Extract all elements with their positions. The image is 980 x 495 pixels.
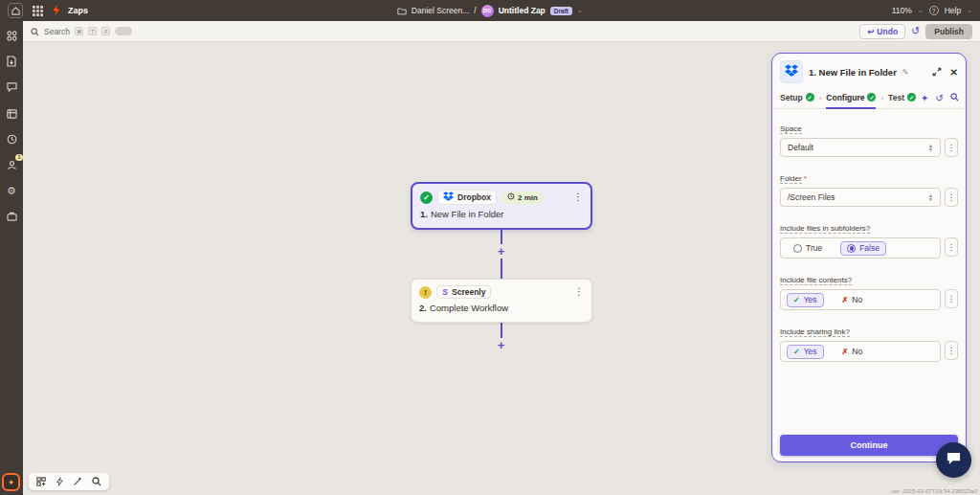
search-placeholder: Search	[44, 27, 70, 36]
top-bar: Zaps Daniel Screen... / DS Untitled Zap …	[0, 0, 980, 21]
connector-line	[501, 230, 502, 244]
bolt-icon[interactable]	[56, 477, 63, 486]
help-menu[interactable]: Help	[945, 6, 961, 15]
tab-separator-icon: ›	[819, 94, 822, 102]
screenly-icon: S	[442, 287, 448, 297]
refresh-icon[interactable]: ↺	[935, 94, 943, 103]
support-chat-button[interactable]	[936, 442, 971, 478]
search-key-3: F	[101, 27, 110, 35]
version-label: ver: 2025-03-07T19:34-238323a0	[891, 488, 977, 494]
magic-wand-icon[interactable]	[73, 477, 82, 486]
radio-option-true[interactable]: True	[787, 241, 829, 256]
chevron-down-icon[interactable]: ⌄	[577, 7, 583, 14]
select-chevrons-icon: ▲▼	[928, 144, 933, 151]
page-title: Zaps	[68, 6, 88, 15]
close-icon[interactable]: ✕	[950, 67, 958, 78]
undo-button[interactable]: ↩ Undo	[859, 24, 905, 39]
option-yes[interactable]: ✓ Yes	[787, 345, 824, 359]
layout-overview-icon[interactable]	[36, 477, 46, 486]
help-chevron-icon[interactable]: ⌄	[967, 7, 972, 14]
folder-icon	[397, 2, 407, 19]
edit-title-icon[interactable]: ✎	[902, 68, 909, 77]
panel-header: 1. New File in Folder ✎ ✕	[772, 54, 966, 88]
sidebar-item-settings[interactable]: ⚙	[5, 184, 18, 197]
field-menu-button[interactable]: ⋮	[945, 188, 958, 207]
home-button[interactable]	[8, 3, 23, 18]
add-step-button-2[interactable]: +	[495, 339, 507, 351]
panel-title: 1. New File in Folder	[809, 67, 897, 78]
breadcrumb: Daniel Screen... / DS Untitled Zap Draft…	[397, 2, 583, 19]
field-menu-button[interactable]: ⋮	[945, 341, 958, 360]
check-icon: ✓	[793, 296, 800, 304]
step-menu-button[interactable]: ⋮	[574, 287, 584, 297]
breadcrumb-folder[interactable]: Daniel Screen...	[412, 6, 469, 15]
app-launcher-icon[interactable]	[31, 4, 44, 17]
sidebar-item-chat[interactable]	[5, 80, 18, 94]
zoom-search-icon[interactable]	[950, 93, 959, 103]
folder-select[interactable]: /Screen Files ▲▼	[780, 188, 941, 207]
sidebar-item-workspace[interactable]	[5, 210, 18, 223]
option-label: No	[852, 347, 862, 356]
sidebar-item-history[interactable]	[5, 132, 18, 146]
dropbox-icon	[785, 63, 798, 80]
step-menu-button[interactable]: ⋮	[573, 192, 583, 202]
step-title: 1.New File in Folder	[412, 207, 590, 221]
tab-tools: ✦ ↺	[921, 93, 959, 103]
add-step-button-1[interactable]: +	[495, 245, 507, 258]
option-no[interactable]: ✗ No	[835, 293, 870, 307]
publish-button[interactable]: Publish	[925, 24, 972, 39]
help-icon: ?	[929, 6, 939, 15]
required-mark: *	[804, 174, 807, 183]
option-label: False	[859, 243, 880, 253]
option-no[interactable]: ✗ No	[835, 345, 870, 359]
sidebar-item-documents[interactable]	[5, 55, 18, 68]
step-config-panel: 1. New File in Folder ✎ ✕ Setup ✓ › Conf…	[771, 53, 967, 462]
step-title: 2.Complete Workflow	[412, 301, 591, 315]
yesno-group: ✓ Yes ✗ No	[780, 341, 941, 362]
zap-name[interactable]: Untitled Zap	[499, 6, 546, 15]
step-name: Complete Workflow	[430, 303, 508, 313]
ai-assistant-button[interactable]: ✦	[2, 473, 20, 491]
field-folder: Folder* /Screen Files ▲▼ ⋮	[780, 168, 958, 207]
field-label: Include files in subfolders?	[780, 224, 870, 234]
success-check-icon: ✓	[420, 191, 433, 204]
workflow-step-2[interactable]: ! S Screenly ⋮ 2.Complete Workflow	[411, 279, 592, 323]
field-label: Space	[780, 124, 802, 134]
left-sidebar: 1 ⚙ ✦	[0, 21, 23, 495]
search-key-1: ⌘	[75, 27, 84, 35]
sidebar-item-apps[interactable]	[5, 29, 18, 42]
field-menu-button[interactable]: ⋮	[945, 237, 958, 257]
sidebar-item-notifications[interactable]: 1	[5, 158, 18, 171]
cross-icon: ✗	[842, 296, 849, 304]
field-space: Space Default ▲▼ ⋮	[780, 118, 958, 157]
zoom-icon[interactable]	[92, 477, 101, 486]
radio-option-false[interactable]: False	[840, 241, 886, 256]
check-icon: ✓	[793, 348, 800, 356]
field-include-subfolders: Include files in subfolders? True False …	[780, 217, 958, 259]
zoom-chevron-icon[interactable]: ⌄	[918, 7, 924, 14]
tab-configure[interactable]: Configure ✓	[826, 88, 876, 109]
sidebar-item-tables[interactable]	[5, 106, 18, 120]
continue-button[interactable]: Continue	[780, 435, 958, 456]
tab-complete-icon: ✓	[867, 93, 876, 101]
workflow-step-1[interactable]: ✓ Dropbox 2 min ⋮ 1.New File in Folder	[411, 182, 592, 230]
search-input[interactable]: Search ⌘ T F	[31, 23, 132, 40]
history-icon[interactable]: ↺	[911, 26, 920, 36]
editor-toolbar: Search ⌘ T F ↩ Undo ↺ Publish	[23, 21, 980, 42]
zoom-level[interactable]: 110%	[892, 6, 912, 15]
field-menu-button[interactable]: ⋮	[945, 138, 958, 157]
space-select[interactable]: Default ▲▼	[780, 138, 941, 157]
tab-test[interactable]: Test ✓	[888, 88, 916, 109]
option-label: Yes	[804, 295, 817, 304]
field-menu-button[interactable]: ⋮	[945, 289, 958, 308]
sparkle-icon[interactable]: ✦	[921, 94, 928, 103]
search-key-2: T	[88, 27, 97, 35]
expand-icon[interactable]	[932, 63, 942, 80]
tab-label: Configure	[826, 93, 864, 102]
tab-setup[interactable]: Setup ✓	[780, 88, 814, 109]
field-label: Include file contents?	[780, 276, 852, 285]
step-name: New File in Folder	[431, 209, 504, 219]
panel-header-actions: ✕	[932, 63, 958, 80]
step-number: 2.	[419, 303, 427, 313]
option-yes[interactable]: ✓ Yes	[787, 293, 824, 307]
